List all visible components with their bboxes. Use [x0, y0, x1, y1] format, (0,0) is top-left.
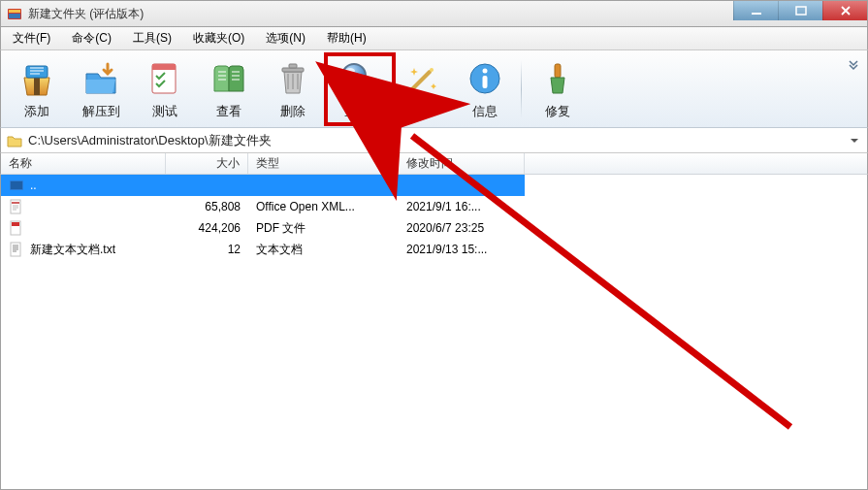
file-list: .. 65,808 Office Open XML... 2021/9/1 16… [0, 175, 868, 490]
file-type: PDF 文件 [248, 220, 399, 237]
add-label: 添加 [24, 103, 49, 120]
repair-icon [537, 58, 578, 99]
app-icon [7, 6, 22, 21]
menu-favorites[interactable]: 收藏夹(O) [187, 28, 250, 49]
svg-rect-10 [289, 64, 297, 68]
list-item[interactable]: 新建文本文档.txt 12 文本文档 2021/9/13 15:... [1, 239, 867, 260]
close-button[interactable] [822, 1, 867, 20]
file-type: 文本文档 [248, 242, 399, 258]
minimize-button[interactable] [733, 1, 778, 20]
svg-rect-8 [152, 64, 176, 70]
svg-rect-23 [12, 222, 19, 226]
file-size: 65,808 [166, 200, 248, 213]
file-date: 2021/9/1 16:... [399, 200, 525, 213]
svg-rect-17 [555, 64, 561, 78]
menu-command[interactable]: 命令(C) [66, 28, 117, 49]
test-icon [145, 58, 185, 99]
txt-icon [9, 242, 24, 257]
add-button[interactable]: 添加 [5, 54, 69, 124]
find-button[interactable]: 查找 [325, 54, 389, 124]
svg-rect-5 [34, 78, 40, 95]
delete-label: 删除 [280, 103, 305, 120]
repair-button[interactable]: 修复 [526, 54, 590, 124]
menu-tools[interactable]: 工具(S) [127, 28, 177, 49]
file-date: 2021/9/13 15:... [399, 243, 525, 256]
list-item[interactable]: 424,206 PDF 文件 2020/6/7 23:25 [1, 217, 867, 239]
svg-rect-19 [11, 181, 22, 189]
svg-rect-3 [752, 13, 761, 15]
column-type[interactable]: 类型 [248, 153, 399, 174]
pdf-icon [9, 220, 24, 236]
test-button[interactable]: 测试 [133, 54, 197, 124]
svg-rect-4 [796, 7, 806, 15]
toolbar: 添加 解压到 测试 查看 删除 查找 向导 [0, 50, 868, 128]
find-label: 查找 [344, 103, 370, 120]
svg-rect-1 [9, 10, 20, 13]
file-name: 新建文本文档.txt [30, 242, 115, 258]
column-size[interactable]: 大小 [166, 153, 248, 174]
address-bar[interactable]: C:\Users\Administrator\Desktop\新建文件夹 [0, 128, 868, 153]
window-title: 新建文件夹 (评估版本) [28, 6, 144, 22]
title-bar: 新建文件夹 (评估版本) [0, 0, 868, 27]
svg-point-15 [483, 68, 488, 73]
list-item[interactable]: 65,808 Office Open XML... 2021/9/1 16:..… [1, 196, 867, 217]
extract-to-label: 解压到 [82, 103, 120, 120]
file-date: 2020/6/7 23:25 [399, 221, 525, 235]
repair-label: 修复 [545, 103, 570, 120]
info-button[interactable]: 信息 [453, 54, 517, 124]
test-label: 测试 [152, 103, 177, 120]
svg-rect-21 [12, 202, 19, 204]
svg-rect-9 [282, 68, 304, 72]
delete-button[interactable]: 删除 [261, 54, 325, 124]
extract-to-button[interactable]: 解压到 [69, 54, 133, 124]
svg-rect-16 [483, 76, 488, 88]
menu-help[interactable]: 帮助(H) [321, 28, 372, 49]
archive-icon [16, 58, 57, 99]
toolbar-overflow-icon[interactable] [846, 56, 861, 72]
column-modified[interactable]: 修改时间 [399, 153, 525, 174]
maximize-button[interactable] [778, 1, 822, 20]
info-label: 信息 [472, 103, 498, 120]
column-header-row: 名称 大小 类型 修改时间 [0, 153, 868, 175]
file-name: .. [30, 179, 37, 192]
window-controls [733, 1, 867, 20]
svg-point-12 [345, 68, 355, 74]
wizard-label: 向导 [408, 103, 434, 120]
view-icon [209, 58, 249, 99]
trash-icon [273, 58, 313, 99]
menu-options[interactable]: 选项(N) [260, 28, 311, 49]
wizard-button[interactable]: 向导 [389, 54, 453, 124]
extract-icon [80, 58, 121, 99]
info-icon [465, 58, 505, 99]
folder-icon [7, 133, 22, 148]
menu-file[interactable]: 文件(F) [7, 28, 56, 49]
address-path: C:\Users\Administrator\Desktop\新建文件夹 [28, 132, 842, 149]
list-item-up[interactable]: .. [1, 175, 525, 196]
file-type: Office Open XML... [248, 200, 399, 213]
up-folder-icon [9, 178, 24, 193]
wizard-icon [401, 58, 441, 99]
search-icon [337, 58, 377, 99]
dropdown-icon[interactable] [848, 134, 861, 147]
file-size: 12 [166, 243, 248, 256]
svg-point-13 [430, 68, 434, 72]
docx-icon [9, 199, 24, 214]
column-name[interactable]: 名称 [1, 153, 166, 174]
view-button[interactable]: 查看 [197, 54, 261, 124]
menu-bar: 文件(F) 命令(C) 工具(S) 收藏夹(O) 选项(N) 帮助(H) [0, 27, 868, 50]
svg-rect-2 [9, 14, 20, 18]
toolbar-separator [521, 60, 522, 118]
file-size: 424,206 [166, 221, 248, 235]
view-label: 查看 [216, 103, 241, 120]
